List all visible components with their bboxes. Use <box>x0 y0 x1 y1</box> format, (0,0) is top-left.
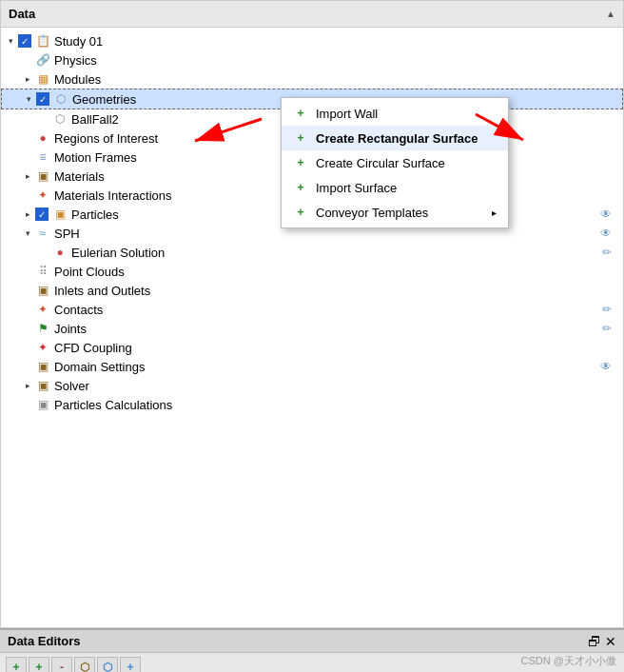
icon-contacts: ✦ <box>35 302 50 317</box>
data-editors-title: Data Editors <box>8 634 81 648</box>
menu-item-import-surface[interactable]: +Import Surface <box>282 175 508 200</box>
icon-mf: ≡ <box>35 149 50 165</box>
tree-item-contacts[interactable]: ✦Contacts✏ <box>1 300 623 319</box>
icon-pointclouds: ⠿ <box>35 264 50 279</box>
expand-matint[interactable] <box>22 189 33 201</box>
toolbar-btn-remove[interactable]: - <box>51 657 72 672</box>
tree-item-partcalc[interactable]: ▣Particles Calculations <box>1 395 623 414</box>
tree-item-solver[interactable]: ▸▣Solver <box>1 376 623 395</box>
toolbar-btn-item1[interactable]: ⬡ <box>74 657 95 672</box>
menu-item-create-circ[interactable]: +Create Circular Surface <box>282 150 508 175</box>
menu-label-conveyor-templates: Conveyor Templates <box>316 206 428 220</box>
tree-item-inlets[interactable]: ▣Inlets and Outlets <box>1 281 623 300</box>
checkbox-particles[interactable]: ✓ <box>35 208 49 221</box>
eye-icon-sph[interactable]: 👁 <box>600 227 612 240</box>
menu-label-create-circ: Create Circular Surface <box>316 156 445 170</box>
edit-icon-joints[interactable]: ✏ <box>602 322 612 335</box>
eye-icon-particles[interactable]: 👁 <box>600 208 612 221</box>
tree-item-domain[interactable]: ▣Domain Settings👁 <box>1 357 623 376</box>
close-button[interactable]: ✕ <box>605 634 616 649</box>
label-particles: Particles <box>71 208 119 222</box>
expand-euler[interactable] <box>39 247 50 258</box>
icon-cfd: ✦ <box>35 340 50 355</box>
expand-mf[interactable] <box>22 151 33 163</box>
restore-button[interactable]: 🗗 <box>588 634 601 649</box>
edit-icon-contacts[interactable]: ✏ <box>602 303 612 316</box>
toolbar-btn-add-green[interactable]: + <box>29 657 49 672</box>
menu-item-create-rect[interactable]: +Create Rectangular Surface <box>282 126 508 150</box>
edit-icon-euler[interactable]: ✏ <box>602 246 612 259</box>
menu-icon-create-circ: + <box>293 155 308 170</box>
data-editors-header: Data Editors 🗗 ✕ <box>0 630 624 653</box>
expand-solver[interactable]: ▸ <box>22 380 33 391</box>
icon-matint: ✦ <box>35 188 50 203</box>
menu-label-import-surface: Import Surface <box>316 181 397 195</box>
icon-study01: 📋 <box>35 33 50 49</box>
checkbox-study01[interactable]: ✓ <box>18 34 31 48</box>
label-contacts: Contacts <box>54 303 103 317</box>
icon-geometries: ⬡ <box>53 91 68 107</box>
watermark: CSDN @天才小小傲 <box>521 654 616 668</box>
label-pointclouds: Point Clouds <box>54 265 125 279</box>
icon-euler: ● <box>52 245 68 260</box>
expand-physics[interactable] <box>22 54 33 66</box>
expand-ballfall2[interactable] <box>39 113 50 125</box>
toolbar-btn-add[interactable]: + <box>6 657 27 672</box>
expand-pointclouds[interactable] <box>22 266 33 277</box>
tree-item-euler[interactable]: ●Eulerian Solution✏ <box>1 243 623 262</box>
eye-icon-domain[interactable]: 👁 <box>600 360 612 373</box>
menu-item-conveyor-templates[interactable]: +Conveyor Templates▸ <box>282 200 508 225</box>
label-geometries: Geometries <box>72 92 136 107</box>
label-mf: Motion Frames <box>54 150 137 165</box>
expand-inlets[interactable] <box>22 285 33 296</box>
label-domain: Domain Settings <box>54 360 145 374</box>
tree-item-joints[interactable]: ⚑Joints✏ <box>1 319 623 338</box>
icon-modules: ▦ <box>35 71 50 87</box>
expand-modules[interactable]: ▸ <box>22 73 33 85</box>
tree-item-physics[interactable]: 🔗Physics <box>1 50 623 69</box>
toolbar-btn-add-blue[interactable]: + <box>120 657 141 672</box>
label-euler: Eulerian Solution <box>71 246 165 260</box>
context-menu: +Import Wall+Create Rectangular Surface+… <box>281 97 509 228</box>
expand-materials[interactable]: ▸ <box>22 170 33 182</box>
panel-collapse-button[interactable]: ▲ <box>606 9 615 19</box>
label-roi: Regions of Interest <box>54 131 158 146</box>
icon-ballfall2: ⬡ <box>52 111 68 127</box>
menu-item-import-wall[interactable]: +Import Wall <box>282 101 508 126</box>
label-study01: Study 01 <box>54 34 103 49</box>
icon-physics: 🔗 <box>35 52 50 68</box>
main-panel: Data ▲ ▾✓📋Study 01🔗Physics▸▦Modules▾✓⬡Ge… <box>0 0 624 628</box>
expand-cfd[interactable] <box>22 342 33 353</box>
expand-roi[interactable] <box>22 132 33 144</box>
menu-icon-import-surface: + <box>293 180 308 195</box>
expand-domain[interactable] <box>22 361 33 372</box>
icon-materials: ▣ <box>35 168 50 184</box>
tree-item-study01[interactable]: ▾✓📋Study 01 <box>1 31 623 50</box>
menu-icon-import-wall: + <box>293 106 308 121</box>
icon-inlets: ▣ <box>35 283 50 298</box>
checkbox-geometries[interactable]: ✓ <box>36 92 49 106</box>
expand-joints[interactable] <box>22 323 33 334</box>
expand-partcalc[interactable] <box>22 399 33 410</box>
label-matint: Materials Interactions <box>54 188 172 203</box>
expand-study01[interactable]: ▾ <box>5 35 16 47</box>
icon-particles: ▣ <box>52 207 68 222</box>
expand-geometries[interactable]: ▾ <box>23 93 34 105</box>
tree-item-modules[interactable]: ▸▦Modules <box>1 69 623 89</box>
label-partcalc: Particles Calculations <box>54 398 172 412</box>
expand-contacts[interactable] <box>22 304 33 315</box>
label-materials: Materials <box>54 169 105 184</box>
icon-sph: ≈ <box>35 226 50 241</box>
tree-item-pointclouds[interactable]: ⠿Point Clouds <box>1 262 623 281</box>
icon-roi: ● <box>35 130 50 146</box>
panel-header: Data ▲ <box>1 1 623 28</box>
expand-particles[interactable]: ▸ <box>22 208 33 220</box>
label-physics: Physics <box>54 53 97 68</box>
toolbar-btn-item2[interactable]: ⬡ <box>97 657 118 672</box>
tree-item-cfd[interactable]: ✦CFD Coupling <box>1 338 623 357</box>
label-modules: Modules <box>54 72 101 87</box>
menu-label-import-wall: Import Wall <box>316 107 378 121</box>
icon-solver: ▣ <box>35 378 50 393</box>
label-cfd: CFD Coupling <box>54 341 132 355</box>
expand-sph[interactable]: ▾ <box>22 227 33 239</box>
